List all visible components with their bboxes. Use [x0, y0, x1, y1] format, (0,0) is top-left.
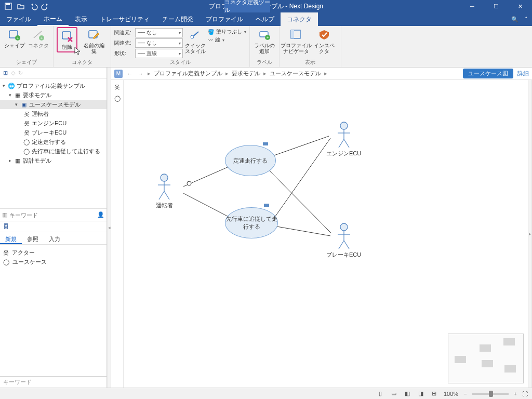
- minimize-button[interactable]: ─: [460, 0, 484, 12]
- tree-item-driver[interactable]: 옷運転者: [0, 109, 107, 118]
- view-usecase-diagram[interactable]: ユースケース図: [463, 69, 513, 78]
- undo-icon[interactable]: [29, 2, 37, 10]
- tool-usecase-icon[interactable]: ◯: [114, 95, 121, 102]
- zoom-in-button[interactable]: +: [514, 391, 517, 397]
- actor-brake[interactable]: ブレーキECU: [326, 223, 361, 259]
- redo-icon[interactable]: [42, 2, 50, 10]
- line-button[interactable]: 〰線 ▾: [208, 36, 246, 44]
- sidebar-tab-search-icon[interactable]: ↻: [18, 70, 23, 76]
- maximize-button[interactable]: ☐: [484, 0, 508, 12]
- svg-line-28: [164, 191, 169, 200]
- breadcrumb-1[interactable]: プロファイル定義サンプル: [154, 70, 222, 77]
- shape-type-label: 形状:: [114, 50, 133, 57]
- usecase-icon: ◯: [3, 259, 9, 265]
- edit-name-icon: [87, 28, 101, 42]
- tree-item-cruise[interactable]: ◯定速走行する: [0, 137, 107, 147]
- shape-type-dropdown[interactable]: ── 直線: [135, 49, 183, 58]
- svg-rect-1: [6, 3, 10, 5]
- zoom-out-button[interactable]: −: [463, 391, 467, 397]
- search-go-icon[interactable]: 👤: [97, 211, 104, 218]
- layout-2-icon[interactable]: ▭: [390, 390, 398, 398]
- detail-button[interactable]: 詳細: [517, 70, 529, 77]
- breadcrumb-3[interactable]: ユースケースモデル: [270, 70, 321, 77]
- menu-file[interactable]: ファイル: [0, 12, 37, 26]
- keyword-field[interactable]: キーワード: [0, 376, 107, 388]
- quick-style-button[interactable]: クイック スタイル: [184, 27, 207, 55]
- actor-driver[interactable]: 運転者: [155, 174, 174, 209]
- tree-item-usecase-model[interactable]: ▾▣ユースケースモデル: [0, 100, 107, 109]
- tree-item-engine[interactable]: 옷エンジンECU: [0, 118, 107, 128]
- ribbon-collapse-icon[interactable]: ˄: [525, 16, 528, 23]
- minimap[interactable]: [448, 334, 524, 383]
- shape-button[interactable]: + シェイプ: [3, 27, 26, 49]
- menu-home[interactable]: ホーム: [37, 12, 69, 26]
- save-icon[interactable]: [4, 2, 12, 10]
- ribbon-group-label: ラベル: [253, 59, 276, 67]
- menu-view[interactable]: 表示: [69, 12, 94, 26]
- palette-tab-new[interactable]: 新規: [0, 234, 22, 244]
- tree-item-brake[interactable]: 옷ブレーキECU: [0, 128, 107, 137]
- nav-back[interactable]: ←: [126, 71, 134, 77]
- svg-text:+: +: [17, 36, 19, 41]
- menu-connector[interactable]: コネクタ: [281, 12, 318, 26]
- quick-style-icon: [189, 28, 202, 42]
- open-icon[interactable]: [17, 2, 25, 10]
- diagram-icon: ▣: [20, 101, 28, 108]
- svg-rect-23: [264, 204, 269, 207]
- menu-team[interactable]: チーム開発: [156, 12, 200, 26]
- nav-forward[interactable]: →: [137, 71, 144, 77]
- sidebar-tab-tree-icon[interactable]: ⊞: [3, 70, 8, 76]
- rel-src-dropdown[interactable]: ── なし: [135, 28, 183, 37]
- actor-icon: 옷: [3, 249, 9, 257]
- layout-4-icon[interactable]: ◨: [417, 390, 425, 398]
- delete-button[interactable]: 削除: [58, 29, 76, 51]
- menu-help[interactable]: ヘルプ: [249, 12, 281, 26]
- actor-engine[interactable]: エンジンECU: [326, 122, 361, 157]
- palette-tab-ref[interactable]: 参照: [22, 234, 44, 244]
- profile-navigator-icon: [289, 28, 303, 42]
- fit-button[interactable]: ⛶: [522, 391, 528, 397]
- breadcrumb-2[interactable]: 要求モデル: [232, 70, 260, 77]
- svg-rect-14: [291, 30, 294, 38]
- sidebar-collapse-handle[interactable]: ◂: [107, 68, 111, 388]
- profile-navigator-button[interactable]: プロファイル ナビゲータ: [283, 27, 310, 55]
- edit-name-button[interactable]: 名前の編集: [81, 27, 108, 55]
- layout-3-icon[interactable]: ◧: [403, 390, 411, 398]
- zoom-slider[interactable]: [472, 393, 509, 395]
- diagram-canvas[interactable]: 運転者 エンジンECU ブレーキECU 定速走行する 先行車に追従して走 行する: [124, 80, 528, 388]
- filter-icon[interactable]: ▥: [2, 211, 7, 218]
- usecase-follow[interactable]: 先行車に追従して走 行する: [225, 207, 278, 238]
- tree-item-follow[interactable]: ◯先行車に追従して走行する: [0, 147, 107, 156]
- inspector-button[interactable]: インスペクタ: [311, 27, 338, 55]
- layout-1-icon[interactable]: ▯: [376, 390, 384, 398]
- rel-dst-dropdown[interactable]: ── なし: [135, 38, 183, 48]
- palette-tab-input[interactable]: 入力: [44, 234, 65, 244]
- ribbon-group-connector: コネクタ: [57, 59, 108, 67]
- palette-item-usecase[interactable]: ◯ユースケース: [3, 257, 103, 267]
- svg-line-19: [269, 170, 331, 233]
- package-icon: ▦: [14, 157, 21, 164]
- model-tree[interactable]: ▾🌐プロファイル定義サンプル ▾▦要求モデル ▾▣ユースケースモデル 옷運転者 …: [0, 79, 107, 208]
- sidebar-tab-filter-icon[interactable]: ◇: [11, 70, 15, 76]
- svg-line-32: [339, 139, 344, 148]
- actor-icon: 옷: [23, 129, 30, 137]
- connector-button[interactable]: + コネクタ: [27, 27, 50, 49]
- menu-profile[interactable]: プロファイル: [200, 12, 249, 26]
- usecase-icon: ◯: [23, 148, 30, 155]
- right-panel-expand-handle[interactable]: ▸: [528, 80, 532, 388]
- svg-line-20: [274, 138, 330, 218]
- palette-item-actor[interactable]: 옷アクター: [3, 248, 103, 257]
- search-icon[interactable]: 🔍: [511, 16, 518, 23]
- usecase-cruise[interactable]: 定速走行する: [225, 145, 276, 176]
- add-label-button[interactable]: + ラベルの 追加: [253, 27, 276, 55]
- fill-button[interactable]: 🪣塗りつぶし ▾: [208, 28, 246, 35]
- svg-point-29: [340, 122, 348, 129]
- model-badge: M: [114, 70, 123, 78]
- tool-actor-icon[interactable]: 옷: [114, 83, 120, 91]
- layout-5-icon[interactable]: ⊞: [430, 390, 438, 398]
- menu-traceability[interactable]: トレーサビリティ: [94, 12, 156, 26]
- close-button[interactable]: ✕: [508, 0, 532, 12]
- search-input[interactable]: [9, 212, 95, 218]
- actor-icon: 옷: [23, 119, 30, 127]
- contextual-tab-label: コネクタ定義ツール: [224, 0, 270, 12]
